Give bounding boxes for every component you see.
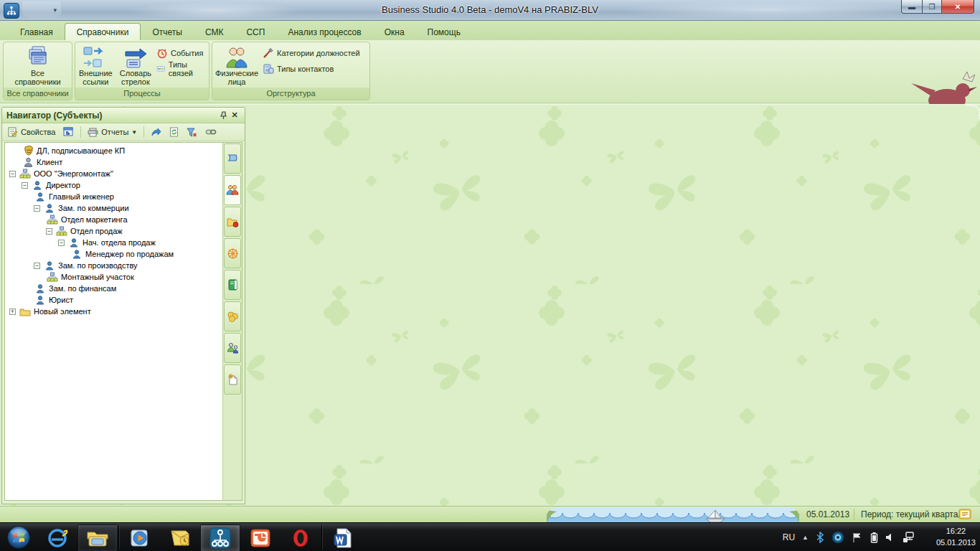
button-label: Внешние ссылки	[79, 69, 113, 86]
all-references-button[interactable]: Все справочники	[4, 44, 71, 88]
goto-object-button[interactable]	[148, 126, 164, 138]
link-button[interactable]	[202, 127, 220, 137]
side-tab-contacts[interactable]	[224, 333, 241, 363]
side-tab-subjects[interactable]	[224, 175, 241, 205]
person-icon	[67, 237, 80, 248]
person-icon	[34, 295, 47, 305]
tree-row[interactable]: Новый элемент	[5, 306, 222, 317]
tree-expander[interactable]	[34, 205, 40, 212]
side-tab-wheel[interactable]	[224, 238, 241, 268]
action-center-flag-icon[interactable]	[852, 532, 863, 543]
new-document-icon	[227, 374, 238, 385]
side-tab-folder-alert[interactable]	[224, 207, 241, 237]
bluetooth-icon[interactable]	[816, 532, 824, 543]
person-icon	[34, 192, 47, 202]
events-button[interactable]: События	[155, 45, 209, 61]
close-icon[interactable]: ✕	[229, 110, 240, 121]
tree-row[interactable]: Зам. по производству	[5, 260, 222, 271]
tab-ssp[interactable]: ССП	[235, 24, 276, 40]
arrow-dictionary-icon	[123, 46, 149, 69]
taskbar-clock[interactable]: 16:22 05.01.2013	[936, 525, 976, 548]
link-types-button[interactable]: Типы связей	[155, 61, 209, 77]
restore-button[interactable]: ❐	[922, 0, 942, 14]
volume-icon[interactable]	[885, 532, 895, 542]
reports-button[interactable]: Отчеты ▼	[85, 126, 140, 138]
taskbar-powerpoint[interactable]	[240, 524, 281, 551]
clear-filter-button[interactable]	[184, 126, 200, 138]
properties-button[interactable]: Свойства	[5, 126, 58, 138]
pin-icon[interactable]	[217, 110, 229, 121]
taskbar-opera[interactable]	[281, 524, 321, 551]
ribbon-group-processes: Внешние ссылки Словарь стрелок Со	[75, 42, 209, 100]
tab-analiz-processov[interactable]: Анализ процессов	[276, 24, 372, 40]
tree-row[interactable]: ООО "Энергомонтаж"	[5, 168, 222, 179]
network-icon[interactable]	[903, 532, 915, 543]
tree-expander[interactable]	[9, 171, 16, 177]
tree-row[interactable]: Директор	[5, 179, 222, 191]
taskbar-word[interactable]	[323, 524, 363, 551]
physical-persons-button[interactable]: Физические лица	[213, 44, 260, 88]
status-separator	[854, 509, 854, 520]
tree-row[interactable]: Зам. по коммерции	[5, 202, 222, 214]
tab-otchety[interactable]: Отчеты	[141, 24, 193, 40]
tab-glavnaya[interactable]: Главная	[9, 24, 65, 40]
app-eye-icon[interactable]	[831, 531, 844, 544]
side-tab-new-document[interactable]	[224, 364, 241, 395]
chevron-down-icon: ▼	[131, 129, 137, 136]
tree-row[interactable]: Клиент	[5, 156, 222, 168]
people-icon	[226, 184, 239, 196]
person-icon	[31, 180, 44, 190]
button-label: Типы контактов	[277, 65, 334, 73]
tab-pomosch[interactable]: Помощь	[416, 24, 472, 40]
tree-row[interactable]: Зам. по финансам	[5, 283, 222, 294]
tree-row[interactable]: Юрист	[5, 294, 222, 306]
position-categories-button[interactable]: Категории должностей	[261, 45, 364, 61]
contacts-icon	[227, 342, 239, 354]
workspace: Навигатор (Субъекты) ✕ Свойства	[0, 104, 980, 506]
tree-expander[interactable]	[22, 182, 28, 189]
close-button[interactable]: ✕	[941, 0, 974, 14]
window-goto-button[interactable]	[60, 126, 77, 138]
navigator-header[interactable]: Навигатор (Субъекты) ✕	[2, 108, 245, 123]
start-button[interactable]	[0, 523, 37, 551]
word-icon	[333, 527, 353, 549]
taskbar-windows-explorer[interactable]	[77, 524, 118, 551]
tab-smk[interactable]: СМК	[194, 24, 235, 40]
folder-icon	[19, 306, 32, 316]
side-tab-bookmark[interactable]	[224, 143, 241, 174]
tree-row[interactable]: Менеджер по продажам	[5, 248, 222, 260]
tree-row[interactable]: Монтажный участок	[5, 271, 222, 283]
side-tab-notebook[interactable]	[224, 270, 241, 300]
window-goto-icon	[63, 127, 74, 137]
status-period[interactable]: Период: текущий квартал	[861, 509, 963, 519]
tree-row[interactable]: Отдел маркетинга	[5, 214, 222, 225]
language-indicator[interactable]: RU	[783, 532, 795, 542]
tree-expander[interactable]	[9, 309, 16, 315]
taskbar-outlook[interactable]	[160, 524, 200, 551]
tree-expander[interactable]	[58, 240, 65, 246]
battery-icon[interactable]	[870, 532, 878, 543]
taskbar-business-studio[interactable]	[200, 524, 240, 551]
refresh-button[interactable]	[166, 126, 182, 138]
tree-row[interactable]: Отдел продаж	[5, 225, 222, 237]
tree-row[interactable]: Нач. отдела продаж	[5, 237, 222, 248]
side-tab-coins[interactable]	[224, 301, 241, 331]
minimize-button[interactable]: ▬	[901, 0, 923, 14]
period-list-icon[interactable]	[958, 509, 971, 522]
tree-row[interactable]: Главный инженер	[5, 191, 222, 202]
arrow-dictionary-button[interactable]: Словарь стрелок	[117, 44, 154, 88]
show-hidden-caret[interactable]: ▲	[802, 534, 809, 541]
tree-expander[interactable]	[46, 228, 52, 235]
group-caption: Оргструктура	[212, 88, 369, 100]
external-links-button[interactable]: Внешние ссылки	[76, 44, 116, 88]
person-icon	[43, 203, 56, 213]
refresh-icon	[169, 127, 179, 137]
contact-types-button[interactable]: Типы контактов	[261, 61, 364, 77]
taskbar-media-player[interactable]	[120, 524, 160, 551]
opera-icon	[290, 527, 311, 549]
taskbar-internet-explorer[interactable]	[37, 524, 77, 551]
tree-expander[interactable]	[34, 263, 40, 269]
tab-okna[interactable]: Окна	[373, 24, 416, 40]
tree-row[interactable]: ДЛ, подписывающее КП	[5, 145, 222, 156]
tab-spravochniki[interactable]: Справочники	[65, 23, 141, 40]
